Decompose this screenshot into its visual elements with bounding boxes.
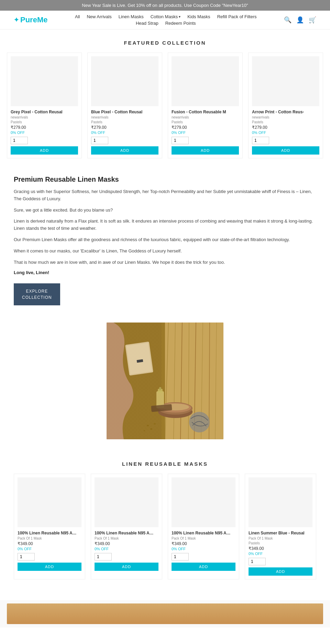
- linen-product-image-2: [95, 477, 158, 527]
- add-btn-1[interactable]: ADD: [11, 146, 78, 155]
- linen-section-title: Premium Reusable Linen Masks: [14, 176, 316, 183]
- nav-linen-masks[interactable]: Linen Masks: [119, 14, 144, 19]
- nav-refill-pack[interactable]: Refill Pack of Filters: [217, 14, 257, 19]
- linen-product-4: Linen Summer Blue - Reusal Pack Of 1 Mas…: [245, 474, 316, 579]
- site-header: ✦ PureMe All New Arrivals Linen Masks Co…: [0, 11, 330, 30]
- product-qty-4[interactable]: [252, 137, 269, 144]
- explore-collection-button[interactable]: EXPLORECOLLECTION: [14, 283, 60, 305]
- bottom-preview: [0, 600, 330, 628]
- linen-product-tag-1: Pack Of 1 Mask: [18, 536, 81, 540]
- linen-product-price-2: ₹349.00: [95, 541, 158, 546]
- product-tag1-2: newarrivals: [91, 115, 158, 119]
- product-price-2: ₹279.00: [91, 125, 158, 130]
- linen-hero-image: [107, 323, 223, 439]
- featured-product-3: Fusion - Cotton Reusable M newarrivals P…: [168, 53, 243, 158]
- linen-product-1: 100% Linen Reusable N95 A… Pack Of 1 Mas…: [14, 474, 85, 579]
- svg-rect-21: [159, 387, 161, 390]
- nav-new-arrivals[interactable]: New Arrivals: [87, 14, 111, 19]
- product-tag2-2: Pastels: [91, 120, 158, 124]
- linen-product-image-4: [249, 477, 312, 527]
- site-logo[interactable]: ✦ PureMe: [14, 15, 47, 24]
- announcement-bar: New Year Sale is Live. Get 10% off on al…: [0, 0, 330, 11]
- nav-cotton-masks[interactable]: Cotton Masks ▾: [151, 14, 180, 19]
- featured-product-1: Grey Pixel - Cotton Reusal newarrivals P…: [7, 53, 82, 158]
- account-icon[interactable]: 👤: [296, 16, 304, 24]
- add-btn-4[interactable]: ADD: [252, 146, 319, 155]
- linen-product-discount-2: 0% OFF: [95, 547, 158, 551]
- nav-head-strap[interactable]: Head Strap: [136, 21, 158, 26]
- linen-product-tag-2: Pack Of 1 Mask: [95, 536, 158, 540]
- announcement-text: New Year Sale is Live. Get 10% off on al…: [82, 3, 248, 8]
- product-discount-2: 0% OFF: [91, 131, 158, 135]
- svg-point-24: [150, 428, 152, 430]
- add-btn-2[interactable]: ADD: [91, 146, 158, 155]
- featured-product-4: Arrow Print - Cotton Reus- newarrivals P…: [248, 53, 323, 158]
- linen-product-3: 100% Linen Reusable N95 A… Pack Of 1 Mas…: [168, 474, 239, 579]
- product-tag1-1: newarrivals: [11, 115, 78, 119]
- linen-product-title-3: 100% Linen Reusable N95 A…: [172, 531, 235, 535]
- nav-all[interactable]: All: [75, 14, 80, 19]
- product-image-3: [172, 56, 239, 106]
- product-image-1: [11, 56, 78, 106]
- product-title-4: Arrow Print - Cotton Reus-: [252, 110, 319, 114]
- product-title-1: Grey Pixel - Cotton Reusal: [11, 110, 78, 114]
- logo-icon: ✦: [14, 16, 19, 24]
- linen-para-6: That is how much we are in love with, an…: [14, 259, 316, 266]
- product-qty-3[interactable]: [172, 137, 189, 144]
- product-price-1: ₹279.00: [11, 125, 78, 130]
- nav-row-2: Head Strap Redeem Points: [136, 21, 196, 26]
- product-qty-1[interactable]: [11, 137, 28, 144]
- product-discount-4: 0% OFF: [252, 131, 319, 135]
- bottom-preview-image: [7, 603, 323, 624]
- product-image-2: [91, 56, 158, 106]
- linen-product-image-3: [172, 477, 235, 527]
- linen-add-btn-3[interactable]: ADD: [172, 563, 235, 571]
- product-tag2-1: Pastels: [11, 120, 78, 124]
- product-title-2: Blue Pixel - Cotton Reusal: [91, 110, 158, 114]
- linen-add-btn-4[interactable]: ADD: [249, 567, 312, 576]
- linen-product-discount-3: 0% OFF: [172, 547, 235, 551]
- linen-product-tag1-4: Pack Of 1 Mask: [249, 536, 312, 540]
- product-price-3: ₹279.00: [172, 125, 239, 130]
- linen-product-image-1: [18, 477, 81, 527]
- linen-para-5: When it comes to our masks, our 'Excalib…: [14, 248, 316, 255]
- linen-add-btn-2[interactable]: ADD: [95, 563, 158, 571]
- linen-product-qty-4[interactable]: [249, 558, 266, 565]
- linen-info-section: Premium Reusable Linen Masks Gracing us …: [0, 169, 330, 316]
- linen-product-title-2: 100% Linen Reusable N95 A…: [95, 531, 158, 535]
- nav-row-1: All New Arrivals Linen Masks Cotton Mask…: [75, 14, 257, 19]
- svg-point-26: [154, 423, 156, 425]
- product-discount-1: 0% OFF: [11, 131, 78, 135]
- nav-kids-masks[interactable]: Kids Masks: [187, 14, 210, 19]
- product-qty-2[interactable]: [91, 137, 108, 144]
- linen-product-grid: 100% Linen Reusable N95 A… Pack Of 1 Mas…: [7, 474, 323, 590]
- linen-product-qty-2[interactable]: [95, 553, 112, 561]
- linen-product-2: 100% Linen Reusable N95 A… Pack Of 1 Mas…: [91, 474, 162, 579]
- search-icon[interactable]: 🔍: [284, 16, 292, 24]
- linen-product-title-4: Linen Summer Blue - Reusal: [249, 531, 312, 535]
- nav-redeem-points[interactable]: Redeem Points: [165, 21, 196, 26]
- product-tag2-3: Pastels: [172, 120, 239, 124]
- linen-product-qty-1[interactable]: [18, 553, 35, 561]
- cart-icon[interactable]: 🛒: [309, 16, 316, 24]
- product-tag1-4: newarrivals: [252, 115, 319, 119]
- logo-text: PureMe: [20, 15, 47, 24]
- linen-add-btn-1[interactable]: ADD: [18, 563, 81, 571]
- product-image-4: [252, 56, 319, 106]
- linen-product-tag2-4: Pastels: [249, 541, 312, 545]
- linen-product-title-1: 100% Linen Reusable N95 A…: [18, 531, 81, 535]
- linen-bold-text: Long live, Linen!: [14, 270, 316, 275]
- featured-section-title: FEATURED COLLECTION: [0, 30, 330, 53]
- product-price-4: ₹279.00: [252, 125, 319, 130]
- product-discount-3: 0% OFF: [172, 131, 239, 135]
- linen-para-3: Linen is derived naturally from a Flax p…: [14, 218, 316, 232]
- featured-product-2: Blue Pixel - Cotton Reusal newarrivals P…: [87, 53, 162, 158]
- add-btn-3[interactable]: ADD: [172, 146, 239, 155]
- linen-para-1: Gracing us with her Superior Softness, h…: [14, 188, 316, 203]
- linen-product-discount-4: 0% OFF: [249, 552, 312, 556]
- cotton-masks-chevron: ▾: [179, 15, 180, 19]
- linen-masks-section: LINEN REUSABLE MASKS 100% Linen Reusable…: [0, 447, 330, 600]
- main-nav: All New Arrivals Linen Masks Cotton Mask…: [75, 14, 257, 26]
- featured-collection: FEATURED COLLECTION Grey Pixel - Cotton …: [0, 30, 330, 169]
- linen-product-qty-3[interactable]: [172, 553, 189, 561]
